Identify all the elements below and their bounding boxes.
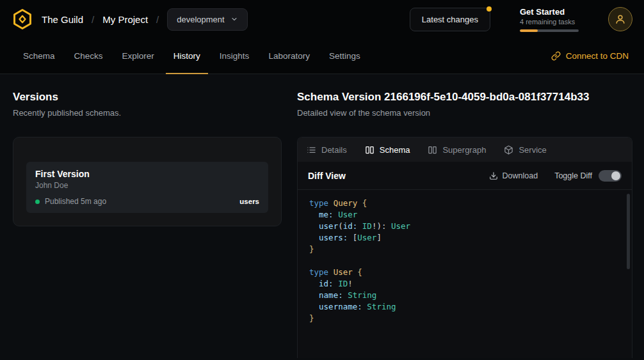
diff-actions: Download Toggle Diff bbox=[489, 170, 622, 182]
list-icon bbox=[307, 145, 316, 155]
get-started-widget[interactable]: Get Started 4 remaining tasks bbox=[520, 7, 579, 32]
main-content: Versions Recently published schemas. Fir… bbox=[0, 74, 644, 360]
version-detail-title: Schema Version 2166196f-5e10-4059-bd0a-0… bbox=[297, 91, 632, 104]
tab-details[interactable]: Details bbox=[307, 145, 347, 155]
code-line: username: String bbox=[309, 301, 620, 313]
topbar: The Guild / My Project / development Lat… bbox=[0, 0, 644, 38]
target-select-value: development bbox=[177, 15, 224, 24]
code-scrollbar[interactable] bbox=[627, 194, 630, 269]
topbar-actions: Latest changes Get Started 4 remaining t… bbox=[410, 7, 632, 32]
get-started-subtitle: 4 remaining tasks bbox=[520, 18, 579, 26]
box-icon bbox=[504, 145, 513, 155]
version-detail-panel: Schema Version 2166196f-5e10-4059-bd0a-0… bbox=[297, 74, 632, 360]
tab-laboratory[interactable]: Laboratory bbox=[261, 38, 318, 74]
app-root: The Guild / My Project / development Lat… bbox=[0, 0, 644, 360]
code-line: users: [User] bbox=[309, 232, 620, 244]
toggle-knob bbox=[611, 171, 620, 180]
version-status-row: Published 5m ago users bbox=[35, 197, 259, 206]
version-author: John Doe bbox=[35, 181, 259, 190]
target-select-dropdown[interactable]: development bbox=[167, 8, 247, 31]
target-nav-tabs: Schema Checks Explorer History Insights … bbox=[0, 38, 644, 74]
get-started-progress bbox=[520, 29, 579, 32]
code-line: name: String bbox=[309, 290, 620, 301]
code-line: } bbox=[309, 313, 620, 324]
chevron-down-icon bbox=[230, 15, 238, 23]
diff-view-title: Diff View bbox=[308, 171, 346, 181]
versions-title: Versions bbox=[13, 91, 282, 104]
code-line bbox=[309, 255, 620, 267]
download-button[interactable]: Download bbox=[489, 171, 538, 180]
link-icon bbox=[551, 51, 561, 61]
latest-changes-button[interactable]: Latest changes bbox=[410, 8, 490, 31]
breadcrumb-separator: / bbox=[156, 14, 159, 25]
diff-toolbar: Diff View Download Toggle Diff bbox=[298, 162, 632, 190]
code-line: type User { bbox=[309, 267, 620, 278]
versions-panel: Versions Recently published schemas. Fir… bbox=[13, 74, 282, 360]
breadcrumb: The Guild / My Project / development bbox=[12, 8, 248, 31]
tab-explorer[interactable]: Explorer bbox=[115, 38, 162, 74]
code-line: me: User bbox=[309, 209, 620, 221]
schema-view-tabs: Details Schema bbox=[298, 137, 632, 162]
service-badge: users bbox=[239, 198, 259, 205]
user-avatar[interactable] bbox=[608, 7, 632, 31]
tab-supergraph-label: Supergraph bbox=[442, 145, 486, 155]
tab-schema[interactable]: Schema bbox=[15, 38, 63, 74]
tab-checks[interactable]: Checks bbox=[67, 38, 111, 74]
project-link[interactable]: My Project bbox=[102, 14, 148, 25]
get-started-title: Get Started bbox=[520, 7, 579, 17]
code-line: } bbox=[309, 244, 620, 255]
download-icon bbox=[489, 171, 498, 180]
version-detail-subtitle: Detailed view of the schema version bbox=[297, 108, 632, 118]
code-block: type Query { me: User user(id: ID!): Use… bbox=[309, 198, 620, 324]
tab-settings[interactable]: Settings bbox=[321, 38, 368, 74]
org-link[interactable]: The Guild bbox=[42, 14, 83, 25]
tab-details-label: Details bbox=[321, 145, 347, 155]
tab-insights[interactable]: Insights bbox=[212, 38, 257, 74]
versions-card: First Version John Doe Published 5m ago … bbox=[13, 137, 282, 226]
tab-service-label: Service bbox=[519, 145, 546, 155]
tab-supergraph[interactable]: Supergraph bbox=[428, 145, 486, 155]
schema-view-panel: Details Schema bbox=[297, 137, 632, 358]
tab-schema-view[interactable]: Schema bbox=[365, 145, 410, 155]
tab-service[interactable]: Service bbox=[504, 145, 546, 155]
latest-changes-label: Latest changes bbox=[422, 15, 478, 24]
tab-history[interactable]: History bbox=[166, 38, 208, 74]
columns-icon bbox=[365, 145, 374, 155]
version-status: Published 5m ago bbox=[45, 197, 106, 206]
version-list-item[interactable]: First Version John Doe Published 5m ago … bbox=[26, 162, 268, 213]
hive-logo-icon[interactable] bbox=[12, 8, 33, 30]
columns-icon bbox=[428, 145, 437, 155]
toggle-diff-label: Toggle Diff bbox=[554, 171, 592, 180]
code-line: type Query { bbox=[309, 198, 620, 209]
code-line: user(id: ID!): User bbox=[309, 221, 620, 232]
connect-to-cdn-label: Connect to CDN bbox=[566, 51, 629, 61]
download-label: Download bbox=[503, 171, 538, 180]
published-dot-icon bbox=[35, 200, 40, 204]
version-name: First Version bbox=[35, 169, 259, 179]
connect-to-cdn-button[interactable]: Connect to CDN bbox=[551, 38, 629, 74]
versions-subtitle: Recently published schemas. bbox=[13, 108, 282, 118]
toggle-diff-switch[interactable] bbox=[599, 170, 622, 182]
breadcrumb-separator: / bbox=[92, 14, 94, 25]
tab-schema-label: Schema bbox=[380, 145, 410, 155]
notification-dot bbox=[487, 6, 492, 12]
progress-fill bbox=[520, 29, 538, 32]
user-icon bbox=[614, 13, 627, 26]
code-line: id: ID! bbox=[309, 278, 620, 290]
sdl-code-viewer: type Query { me: User user(id: ID!): Use… bbox=[298, 190, 632, 358]
toggle-diff-group: Toggle Diff bbox=[554, 170, 622, 182]
